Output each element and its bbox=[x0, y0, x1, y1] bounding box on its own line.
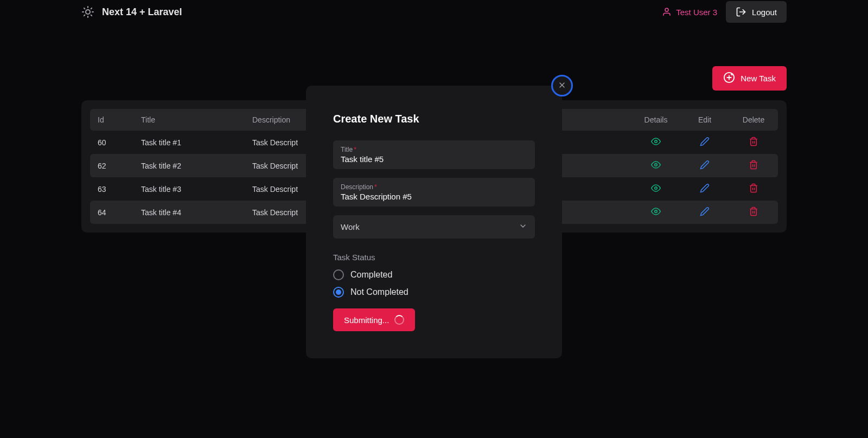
eye-icon[interactable] bbox=[651, 160, 661, 170]
trash-icon[interactable] bbox=[749, 207, 758, 216]
col-header-title: Title bbox=[133, 109, 245, 131]
category-select[interactable]: Work bbox=[333, 215, 535, 239]
sun-icon[interactable] bbox=[81, 5, 94, 18]
user-name: Test User 3 bbox=[676, 8, 717, 17]
cell-title: Task title #2 bbox=[133, 154, 245, 177]
app-title: Next 14 + Laravel bbox=[102, 7, 182, 18]
trash-icon[interactable] bbox=[749, 137, 758, 146]
cell-id: 60 bbox=[90, 131, 133, 154]
new-task-label: New Task bbox=[741, 74, 776, 83]
new-task-button[interactable]: New Task bbox=[712, 66, 787, 91]
task-status-heading: Task Status bbox=[333, 253, 535, 262]
cell-title: Task title #3 bbox=[133, 177, 245, 201]
spinner-icon bbox=[394, 315, 404, 325]
radio-icon bbox=[333, 269, 344, 280]
logout-icon bbox=[736, 7, 746, 17]
close-icon bbox=[558, 81, 566, 91]
cell-title: Task title #4 bbox=[133, 201, 245, 224]
create-task-modal: Create New Task Title * Task title #5 De… bbox=[306, 86, 562, 358]
user-icon bbox=[662, 7, 672, 17]
trash-icon[interactable] bbox=[749, 160, 758, 170]
trash-icon[interactable] bbox=[749, 183, 758, 193]
col-header-delete: Delete bbox=[729, 109, 778, 131]
pencil-icon[interactable] bbox=[700, 160, 710, 170]
radio-icon bbox=[333, 287, 344, 298]
modal-title: Create New Task bbox=[333, 113, 535, 125]
radio-completed-label: Completed bbox=[350, 270, 392, 280]
col-header-edit: Edit bbox=[680, 109, 729, 131]
logout-label: Logout bbox=[752, 8, 777, 17]
svg-point-4 bbox=[655, 140, 658, 143]
eye-icon[interactable] bbox=[651, 183, 661, 193]
pencil-icon[interactable] bbox=[700, 137, 710, 146]
svg-point-7 bbox=[655, 164, 658, 166]
user-info[interactable]: Test User 3 bbox=[662, 7, 717, 17]
chevron-down-icon bbox=[519, 222, 527, 232]
add-circle-icon bbox=[723, 72, 735, 85]
description-field-value: Task Description #5 bbox=[341, 192, 527, 201]
eye-icon[interactable] bbox=[651, 207, 661, 216]
svg-point-1 bbox=[665, 8, 668, 11]
radio-not-completed[interactable]: Not Completed bbox=[333, 287, 535, 298]
close-modal-button[interactable] bbox=[551, 75, 573, 96]
radio-not-completed-label: Not Completed bbox=[350, 287, 409, 297]
cell-title: Task title #1 bbox=[133, 131, 245, 154]
required-mark: * bbox=[374, 183, 377, 191]
submit-button[interactable]: Submitting... bbox=[333, 308, 415, 331]
eye-icon[interactable] bbox=[651, 137, 661, 146]
description-field-label: Description bbox=[341, 183, 373, 191]
pencil-icon[interactable] bbox=[700, 207, 710, 216]
logout-button[interactable]: Logout bbox=[726, 1, 787, 23]
title-field-value: Task title #5 bbox=[341, 154, 527, 164]
svg-point-0 bbox=[86, 10, 90, 14]
cell-id: 63 bbox=[90, 177, 133, 201]
required-mark: * bbox=[354, 146, 356, 153]
pencil-icon[interactable] bbox=[700, 183, 710, 193]
title-field[interactable]: Title * Task title #5 bbox=[333, 140, 535, 169]
description-field[interactable]: Description * Task Description #5 bbox=[333, 178, 535, 207]
title-field-label: Title bbox=[341, 146, 353, 153]
cell-id: 64 bbox=[90, 201, 133, 224]
col-header-details: Details bbox=[631, 109, 680, 131]
category-select-value: Work bbox=[341, 222, 360, 231]
cell-id: 62 bbox=[90, 154, 133, 177]
svg-point-13 bbox=[655, 210, 658, 213]
col-header-id: Id bbox=[90, 109, 133, 131]
submit-label: Submitting... bbox=[344, 315, 389, 325]
svg-point-10 bbox=[655, 187, 658, 190]
radio-completed[interactable]: Completed bbox=[333, 269, 535, 280]
